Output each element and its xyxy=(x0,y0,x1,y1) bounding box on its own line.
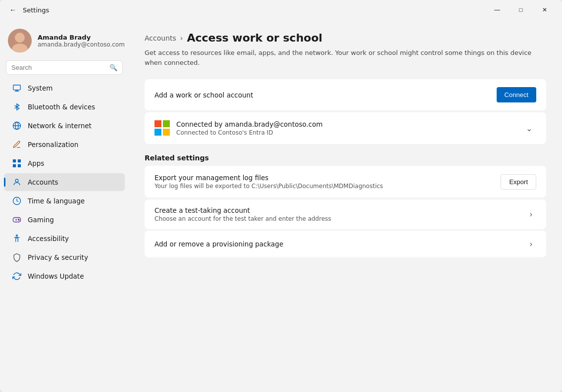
svg-rect-5 xyxy=(15,91,19,91)
sidebar-label-bluetooth: Bluetooth & devices xyxy=(28,103,95,111)
user-email: amanda.brady@contoso.com xyxy=(38,41,125,48)
close-button[interactable]: ✕ xyxy=(533,2,556,18)
sidebar-label-personalization: Personalization xyxy=(28,141,78,148)
svg-point-20 xyxy=(16,235,18,237)
user-profile: Amanda Brady amanda.brady@contoso.com xyxy=(0,24,129,60)
test-account-title: Create a test-taking account xyxy=(154,206,331,214)
connected-expand-button[interactable]: ⌄ xyxy=(522,122,536,135)
main-layout: Amanda Brady amanda.brady@contoso.com 🔍 … xyxy=(0,20,562,392)
export-button[interactable]: Export xyxy=(501,174,536,190)
user-name: Amanda Brady xyxy=(38,34,125,41)
test-account-chevron[interactable]: › xyxy=(526,208,536,221)
content-area: Accounts › Access work or school Get acc… xyxy=(129,20,562,392)
svg-rect-11 xyxy=(13,164,16,167)
page-description: Get access to resources like email, apps… xyxy=(145,48,546,67)
export-desc: Your log files will be exported to C:\Us… xyxy=(154,183,383,190)
sidebar-item-privacy[interactable]: Privacy & security xyxy=(4,248,125,266)
sidebar-item-bluetooth[interactable]: Bluetooth & devices xyxy=(4,98,125,116)
privacy-icon xyxy=(12,252,22,262)
sidebar-label-update: Windows Update xyxy=(28,272,84,280)
test-account-card[interactable]: Create a test-taking account Choose an a… xyxy=(145,199,546,229)
svg-rect-10 xyxy=(18,159,21,162)
ms-logo-green xyxy=(163,120,170,127)
connected-info: Connected by amanda.brady@contoso.com Co… xyxy=(154,120,522,136)
search-box: 🔍 xyxy=(6,60,123,75)
connected-account-card: Connected by amanda.brady@contoso.com Co… xyxy=(145,112,546,144)
sidebar-label-privacy: Privacy & security xyxy=(28,253,88,261)
svg-rect-9 xyxy=(13,159,16,162)
breadcrumb-parent[interactable]: Accounts xyxy=(145,34,176,42)
sidebar-item-apps[interactable]: Apps xyxy=(4,154,125,172)
sidebar: Amanda Brady amanda.brady@contoso.com 🔍 … xyxy=(0,20,129,392)
network-icon xyxy=(12,121,22,131)
export-title: Export your management log files xyxy=(154,174,383,182)
provisioning-text: Add or remove a provisioning package xyxy=(154,240,283,248)
sidebar-label-system: System xyxy=(28,84,52,92)
export-text: Export your management log files Your lo… xyxy=(154,174,383,190)
svg-point-13 xyxy=(15,179,18,182)
personalization-icon xyxy=(12,140,22,149)
window-title: Settings xyxy=(23,6,486,14)
update-icon xyxy=(12,271,22,281)
maximize-button[interactable]: □ xyxy=(510,2,532,18)
provisioning-card[interactable]: Add or remove a provisioning package › xyxy=(145,231,546,257)
sidebar-label-gaming: Gaming xyxy=(28,216,54,224)
settings-window: ← Settings — □ ✕ Amanda Brady xyxy=(0,0,562,392)
search-icon: 🔍 xyxy=(109,64,117,71)
sidebar-label-accounts: Accounts xyxy=(28,178,58,186)
sidebar-label-apps: Apps xyxy=(28,159,44,167)
svg-point-1 xyxy=(15,33,25,43)
sidebar-item-time[interactable]: Time & language xyxy=(4,192,125,210)
ms-logo-red xyxy=(154,120,161,127)
add-account-card: Add a work or school account Connect xyxy=(145,79,546,110)
accessibility-icon xyxy=(12,234,22,244)
accounts-icon xyxy=(12,177,22,187)
svg-rect-12 xyxy=(18,164,21,167)
page-title: Access work or school xyxy=(187,32,322,44)
connected-email: Connected by amanda.brady@contoso.com xyxy=(176,120,323,128)
system-icon xyxy=(12,83,22,93)
search-input[interactable] xyxy=(11,64,105,71)
sidebar-item-accounts[interactable]: Accounts xyxy=(4,173,125,191)
sidebar-item-accessibility[interactable]: Accessibility xyxy=(4,230,125,247)
window-controls: — □ ✕ xyxy=(486,2,556,18)
minimize-button[interactable]: — xyxy=(486,2,509,18)
sidebar-item-network[interactable]: Network & internet xyxy=(4,117,125,135)
sidebar-item-gaming[interactable]: Gaming xyxy=(4,211,125,229)
export-card: Export your management log files Your lo… xyxy=(145,166,546,197)
time-icon xyxy=(12,196,22,206)
test-account-text: Create a test-taking account Choose an a… xyxy=(154,206,331,222)
gaming-icon xyxy=(12,215,22,225)
apps-icon xyxy=(12,158,22,168)
add-account-label: Add a work or school account xyxy=(154,91,253,99)
svg-point-19 xyxy=(19,220,20,221)
sidebar-item-update[interactable]: Windows Update xyxy=(4,267,125,285)
provisioning-title: Add or remove a provisioning package xyxy=(154,240,283,248)
connected-text: Connected by amanda.brady@contoso.com Co… xyxy=(176,120,323,136)
sidebar-label-network: Network & internet xyxy=(28,122,92,130)
test-account-desc: Choose an account for the test taker and… xyxy=(154,215,331,222)
titlebar: ← Settings — □ ✕ xyxy=(0,0,562,20)
sidebar-label-time: Time & language xyxy=(28,197,85,205)
sidebar-label-accessibility: Accessibility xyxy=(28,235,69,243)
avatar xyxy=(8,29,32,52)
breadcrumb-separator: › xyxy=(180,34,183,42)
sidebar-item-personalization[interactable]: Personalization xyxy=(4,136,125,153)
ms-logo-yellow xyxy=(163,129,170,136)
ms-logo-blue xyxy=(154,129,161,136)
connected-org: Connected to Contoso's Entra ID xyxy=(176,129,323,136)
user-info: Amanda Brady amanda.brady@contoso.com xyxy=(38,34,125,48)
microsoft-logo xyxy=(154,120,170,136)
breadcrumb: Accounts › Access work or school xyxy=(145,32,546,44)
related-settings-label: Related settings xyxy=(145,154,546,162)
svg-rect-3 xyxy=(13,85,20,90)
back-button[interactable]: ← xyxy=(6,3,20,17)
sidebar-item-system[interactable]: System xyxy=(4,79,125,97)
provisioning-chevron[interactable]: › xyxy=(526,238,536,250)
bluetooth-icon xyxy=(12,102,22,112)
connect-button[interactable]: Connect xyxy=(497,87,536,102)
